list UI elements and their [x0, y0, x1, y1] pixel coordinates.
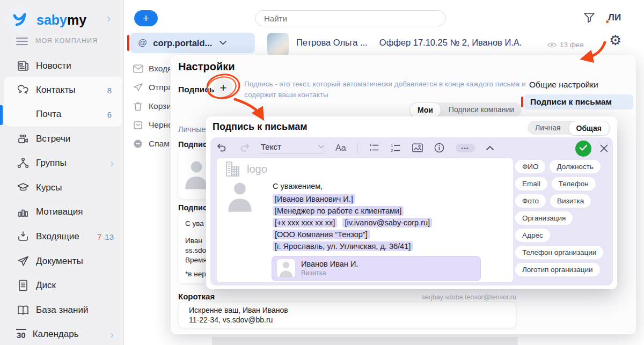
sidebar-expand-chevron[interactable]: ›	[107, 12, 111, 26]
tab-personal[interactable]: Личная	[528, 121, 568, 135]
field-org-value[interactable]: [ООО Компания “Тензор”]	[273, 230, 370, 239]
tab-mine[interactable]: Мои	[409, 102, 441, 118]
svg-text:2: 2	[391, 149, 393, 152]
compose-button[interactable]: +	[134, 10, 158, 26]
tab-company[interactable]: Подписи компании	[441, 102, 522, 116]
pill-photo[interactable]: Фото	[515, 194, 546, 208]
field-name-value[interactable]: [Иванов Иванович И.]	[273, 194, 355, 204]
close-icon[interactable]	[600, 144, 608, 152]
field-phone-value[interactable]: [+х ххх ххх хх хх]	[273, 218, 337, 227]
signature-editor-dialog: Подпись к письмам Личная Общая Текст Aa …	[206, 116, 617, 289]
signature-section-label: Подпись	[178, 85, 214, 94]
sidebar-item-news[interactable]: Новости	[0, 54, 123, 78]
sidebar-item-inbox[interactable]: Входящие 7 13	[0, 224, 123, 249]
settings-gear-icon[interactable]: ⚙	[609, 33, 621, 47]
logo-text: logo	[247, 163, 267, 175]
sidebar-item-label: Входящие	[36, 231, 79, 242]
sidebar-item-motivation[interactable]: Мотивация	[0, 200, 123, 224]
pill-org-logo[interactable]: Логотип организации	[515, 263, 600, 276]
sidebar-item-label: Курсы	[36, 182, 62, 193]
sidebar-item-meetings[interactable]: Встречи	[0, 127, 123, 151]
sidebar-item-label: Документы	[36, 256, 83, 267]
folder-list: Входящие Отправленные Корзина Черновики …	[133, 59, 171, 166]
drafts-icon	[133, 120, 143, 130]
sidebar-item-courses[interactable]: Курсы	[0, 175, 123, 200]
text-style-dropdown[interactable]: Текст	[261, 142, 324, 153]
signature-editor-canvas[interactable]: logo С уважением, [Иванов Иванович И.] […	[217, 158, 513, 282]
undo-icon[interactable]	[217, 143, 228, 153]
nav-general-settings[interactable]: Общие настройки	[529, 80, 598, 90]
more-tools-button[interactable]: •••	[456, 144, 475, 152]
calendar-30-icon: 30	[16, 329, 26, 340]
chevron-right-icon: ›	[110, 157, 114, 170]
toolbar-divider	[357, 143, 358, 153]
folder-inbox[interactable]: Входящие	[133, 59, 171, 78]
user-avatar-initials[interactable]: ЛИ	[608, 12, 621, 23]
field-role-value[interactable]: [Менеджер по работе с клиентами]	[273, 206, 404, 216]
pill-fio[interactable]: ФИО	[515, 160, 545, 173]
field-email-value[interactable]: [iv.ivanov@saby-corp.ru]	[342, 218, 432, 227]
business-card-widget[interactable]: Иванов Иван И. Визитка	[272, 256, 481, 281]
sidebar-item-documents[interactable]: Документы	[0, 249, 123, 274]
folder-sent[interactable]: Отправленные	[133, 78, 171, 97]
sidebar-item-groups[interactable]: Группы ›	[0, 151, 123, 175]
info-icon[interactable]	[434, 143, 444, 153]
sidebar-item-mail[interactable]: Почта 6	[0, 102, 123, 127]
filter-funnel-icon[interactable]	[583, 12, 595, 23]
mail-account-selector[interactable]: @ corp.portald...	[130, 33, 255, 53]
company-selector[interactable]: МОЯ КОМПАНИЯ	[35, 37, 98, 45]
save-signature-button[interactable]	[575, 141, 591, 157]
field-address-value[interactable]: [г. Ярославль, ул. Угличская, д. 36/41]	[273, 241, 413, 251]
field-role: [Менеджер по работе с клиентами]	[273, 206, 404, 216]
add-signature-button[interactable]: +	[214, 78, 233, 98]
short-signature-line2: 11-22-34, vs.sdov@bb.ru	[189, 315, 273, 324]
field-phone-email: [+х ххх ххх хх хх] [iv.ivanov@saby-corp.…	[273, 218, 432, 227]
search-input[interactable]	[255, 10, 446, 26]
sidebar-item-calendar[interactable]: 30 Календарь ›	[0, 322, 123, 345]
sender-avatar	[267, 33, 289, 56]
sidebar-item-contacts[interactable]: Контакты 8	[0, 78, 123, 102]
signature-hint-line2: содержит ваши контакты	[244, 91, 328, 99]
person-placeholder-icon	[277, 259, 295, 277]
tab-common[interactable]: Общая	[568, 121, 610, 136]
signatures-owner-tabs: Мои Подписи компании	[409, 102, 522, 116]
account-email-hint: serjhay.sdoba.tensor@tensor.ru	[376, 293, 516, 301]
nav-signatures[interactable]: Подписи к письмам	[530, 97, 612, 107]
pill-org-phone[interactable]: Телефон организации	[515, 246, 603, 259]
insert-image-icon[interactable]	[412, 143, 423, 152]
groups-icon	[17, 157, 30, 170]
contacts-badge: 8	[107, 86, 112, 95]
nav-active-bar	[521, 97, 523, 107]
sidebar-item-label: Группы	[36, 158, 67, 168]
pill-position[interactable]: Должность	[550, 160, 600, 173]
sidebar-item-knowledge-base[interactable]: База знаний	[0, 298, 123, 322]
pill-address[interactable]: Адрес	[515, 229, 550, 242]
pill-phone[interactable]: Телефон	[552, 177, 596, 190]
hamburger-menu-icon[interactable]	[16, 37, 28, 46]
logo-saby: saby	[36, 12, 67, 27]
text-style-value: Текст	[261, 142, 281, 151]
account-name: corp.portald...	[153, 38, 212, 48]
envelope-icon	[133, 64, 143, 73]
email-read-status: 13 фев	[547, 41, 584, 49]
sidebar-item-disk[interactable]: Диск	[0, 273, 123, 298]
pill-card[interactable]: Визитка	[550, 194, 591, 208]
pill-email[interactable]: Email	[515, 177, 547, 190]
signature-dialog-title: Подпись к письмам	[213, 121, 308, 133]
short-signature-line1: Искренне ваш, Иван Иванов	[189, 306, 288, 314]
background-strip	[212, 337, 518, 345]
redo-icon[interactable]	[239, 143, 250, 153]
paper-plane-icon	[133, 83, 143, 92]
folder-spam[interactable]: Спам	[133, 134, 171, 153]
short-signature-box[interactable]: Искренне ваш, Иван Иванов 11-22-34, vs.s…	[178, 302, 516, 328]
folder-trash[interactable]: Корзина	[133, 97, 171, 115]
numbered-list-icon[interactable]: 12	[391, 144, 401, 152]
saby-logo-icon[interactable]	[8, 7, 32, 32]
field-address: [г. Ярославль, ул. Угличская, д. 36/41]	[273, 241, 413, 251]
folder-drafts[interactable]: Черновики	[133, 115, 171, 134]
bullet-list-icon[interactable]	[369, 144, 379, 152]
collapse-toolbar-icon[interactable]	[486, 145, 494, 150]
font-size-button[interactable]: Aa	[335, 143, 346, 153]
pill-organization[interactable]: Организация	[515, 211, 573, 225]
settings-dialog-title: Настройки	[178, 61, 235, 73]
